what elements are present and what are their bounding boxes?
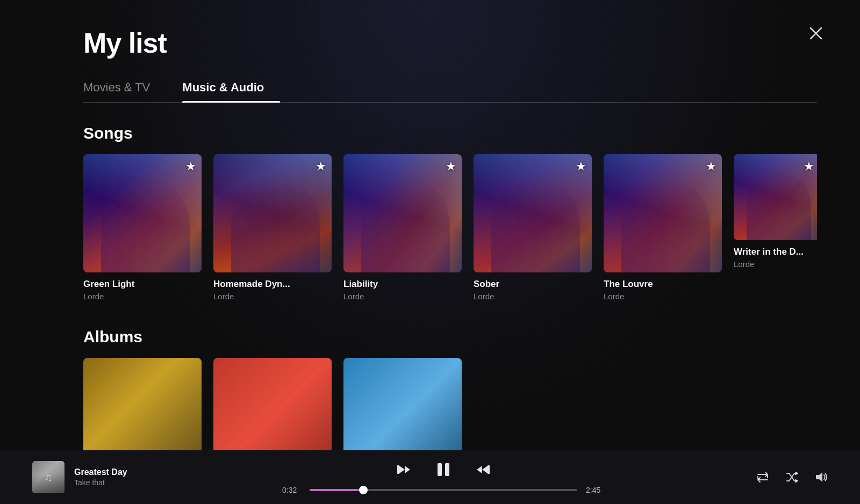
svg-marker-7 — [482, 466, 488, 473]
song-card[interactable]: ★ Sober Lorde — [474, 154, 592, 301]
song-art: ★ — [474, 154, 592, 272]
progress-fill — [310, 489, 363, 491]
tab-bar: Movies & TV Music & Audio — [83, 75, 817, 103]
albums-section-title: Albums — [83, 328, 817, 346]
star-icon: ★ — [185, 160, 196, 174]
album-artwork — [213, 154, 332, 272]
song-artist: Lorde — [604, 292, 722, 301]
svg-marker-9 — [477, 466, 482, 473]
progress-area: 0:32 2:45 — [282, 486, 605, 494]
progress-track[interactable] — [310, 489, 577, 491]
svg-rect-5 — [438, 463, 442, 476]
shuffle-button[interactable] — [785, 470, 799, 484]
tab-movies-tv[interactable]: Movies & TV — [83, 75, 166, 102]
pause-button[interactable] — [434, 460, 453, 479]
song-title: Liability — [343, 279, 462, 290]
album-artwork — [604, 154, 722, 272]
current-time: 0:32 — [282, 486, 301, 494]
svg-rect-3 — [397, 465, 399, 474]
song-artist: Lorde — [474, 292, 592, 301]
star-icon: ★ — [576, 160, 586, 174]
svg-rect-8 — [488, 465, 490, 474]
progress-thumb[interactable] — [359, 486, 368, 494]
song-artist: Lorde — [734, 260, 817, 269]
artwork-inner — [32, 461, 64, 493]
star-icon: ★ — [804, 160, 814, 174]
album-card[interactable] — [213, 358, 332, 450]
prev-button[interactable] — [397, 462, 412, 477]
song-artist: Lorde — [343, 292, 462, 301]
repeat-icon — [756, 470, 770, 484]
now-playing-text: Greatest Day Take that — [74, 467, 127, 487]
svg-marker-4 — [405, 466, 410, 473]
songs-section-title: Songs — [83, 124, 817, 142]
now-playing-artwork — [32, 461, 64, 493]
song-art: ★ — [343, 154, 462, 272]
star-icon: ★ — [706, 160, 716, 174]
song-artist: Lorde — [213, 292, 332, 301]
album-artwork — [474, 154, 592, 272]
svg-marker-2 — [399, 466, 405, 473]
next-button[interactable] — [475, 462, 490, 477]
album-art — [213, 358, 332, 450]
song-card-partial[interactable]: ★ Writer in the D... Lorde — [734, 154, 817, 301]
next-icon — [475, 462, 490, 477]
song-title: Sober — [474, 279, 592, 290]
main-content: My list Movies & TV Music & Audio Songs … — [0, 0, 860, 450]
svg-marker-10 — [816, 472, 822, 482]
album-artwork — [343, 154, 462, 272]
star-icon: ★ — [316, 160, 326, 174]
albums-row — [83, 358, 817, 450]
albums-section: Albums — [83, 328, 817, 450]
song-title: Writer in the D... — [734, 247, 817, 257]
song-art: ★ — [83, 154, 202, 272]
song-card[interactable]: ★ Liability Lorde — [343, 154, 462, 301]
tab-music-audio[interactable]: Music & Audio — [182, 75, 280, 102]
album-card[interactable] — [83, 358, 202, 450]
volume-button[interactable] — [814, 470, 828, 484]
close-icon — [808, 26, 823, 41]
album-artwork — [83, 154, 202, 272]
songs-section: Songs ★ Green Light Lorde ★ Homemade Dyn… — [83, 124, 817, 301]
song-artist: Lorde — [83, 292, 202, 301]
repeat-button[interactable] — [756, 470, 770, 484]
control-buttons — [397, 460, 490, 479]
svg-rect-6 — [445, 463, 449, 476]
song-title: Green Light — [83, 279, 202, 290]
shuffle-icon — [785, 470, 799, 484]
now-playing: Greatest Day Take that — [32, 461, 194, 493]
pause-icon — [434, 460, 453, 479]
album-art — [343, 358, 462, 450]
total-time: 2:45 — [586, 486, 605, 494]
center-controls: 0:32 2:45 — [194, 460, 693, 494]
song-card[interactable]: ★ Green Light Lorde — [83, 154, 202, 301]
song-title: Homemade Dyn... — [213, 279, 332, 290]
album-art — [83, 358, 202, 450]
track-title: Greatest Day — [74, 467, 127, 477]
song-art: ★ — [213, 154, 332, 272]
close-button[interactable] — [804, 21, 828, 45]
track-artist: Take that — [74, 478, 127, 487]
page-title: My list — [83, 27, 817, 59]
volume-icon — [814, 470, 828, 484]
songs-row: ★ Green Light Lorde ★ Homemade Dyn... Lo… — [83, 154, 817, 301]
right-controls — [693, 470, 828, 484]
album-card[interactable] — [343, 358, 462, 450]
song-card[interactable]: ★ Homemade Dyn... Lorde — [213, 154, 332, 301]
star-icon: ★ — [446, 160, 456, 174]
playback-bar: Greatest Day Take that — [0, 450, 860, 504]
song-art: ★ — [734, 154, 817, 240]
prev-icon — [397, 462, 412, 477]
song-title: The Louvre — [604, 279, 722, 290]
song-card[interactable]: ★ The Louvre Lorde — [604, 154, 722, 301]
song-art: ★ — [604, 154, 722, 272]
